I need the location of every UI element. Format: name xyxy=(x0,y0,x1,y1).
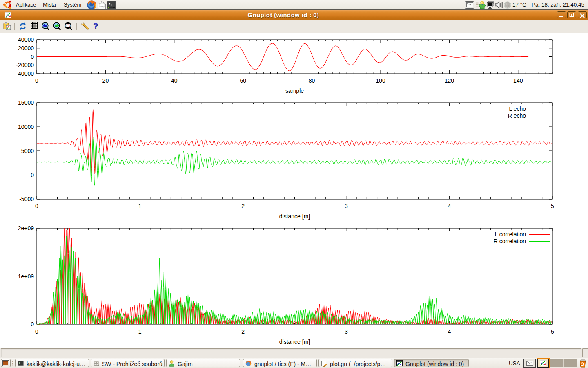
svg-text:2e+09: 2e+09 xyxy=(18,225,34,231)
svg-text:0: 0 xyxy=(35,328,38,335)
svg-text:1e+09: 1e+09 xyxy=(18,273,34,280)
svg-text:distance [m]: distance [m] xyxy=(279,339,310,345)
svg-text:4: 4 xyxy=(448,203,451,209)
svg-text:1: 1 xyxy=(138,203,142,209)
svg-text:1: 1 xyxy=(138,328,142,335)
svg-text:0: 0 xyxy=(31,54,34,60)
svg-text:20000: 20000 xyxy=(18,45,34,52)
svg-text:-5000: -5000 xyxy=(19,196,34,202)
svg-text:0: 0 xyxy=(31,321,34,328)
svg-text:L correlation: L correlation xyxy=(494,231,526,238)
svg-text:60: 60 xyxy=(240,77,246,84)
svg-text:120: 120 xyxy=(445,77,454,84)
svg-text:80: 80 xyxy=(309,77,315,84)
svg-text:-20000: -20000 xyxy=(16,62,34,68)
svg-text:0: 0 xyxy=(31,172,34,178)
svg-text:140: 140 xyxy=(513,77,523,84)
svg-text:R echo: R echo xyxy=(508,112,526,119)
svg-text:L echo: L echo xyxy=(509,105,526,112)
svg-text:20: 20 xyxy=(102,77,109,84)
svg-text:100: 100 xyxy=(376,77,385,84)
svg-text:3: 3 xyxy=(345,203,348,209)
svg-text:-40000: -40000 xyxy=(16,70,34,77)
svg-text:2: 2 xyxy=(241,203,245,209)
svg-text:5: 5 xyxy=(551,203,554,209)
svg-text:0: 0 xyxy=(35,77,38,84)
svg-text:sample: sample xyxy=(285,88,304,94)
svg-text:0: 0 xyxy=(35,203,38,209)
svg-text:40000: 40000 xyxy=(18,36,34,43)
svg-text:distance [m]: distance [m] xyxy=(279,213,310,220)
svg-text:4: 4 xyxy=(448,328,451,335)
svg-text:2: 2 xyxy=(241,328,245,335)
svg-text:5000: 5000 xyxy=(21,148,34,154)
svg-text:15000: 15000 xyxy=(18,99,34,106)
svg-text:10000: 10000 xyxy=(18,123,34,130)
svg-text:3: 3 xyxy=(345,328,348,335)
svg-text:R correlation: R correlation xyxy=(494,238,526,245)
svg-text:40: 40 xyxy=(171,77,178,84)
svg-text:5: 5 xyxy=(551,328,554,335)
